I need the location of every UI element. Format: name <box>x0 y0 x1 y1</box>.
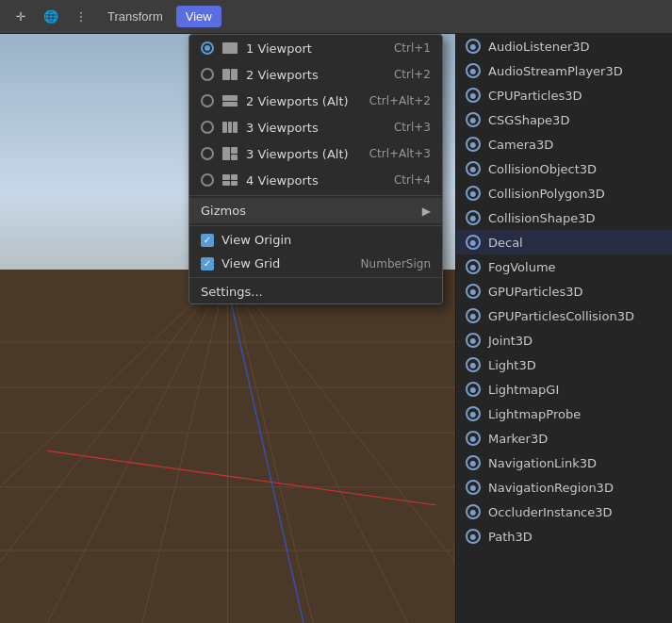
radio-3viewports <box>201 121 214 134</box>
gizmo-icon-joint3d: ● <box>466 333 481 348</box>
panel-item-light3d[interactable]: ● Light3D <box>456 352 672 377</box>
label-collisionobject3d: CollisionObject3D <box>488 162 597 176</box>
label-fogvolume: FogVolume <box>488 260 556 274</box>
label-audiostreamplayer3d: AudioStreamPlayer3D <box>488 64 623 78</box>
menu-item-gizmos[interactable]: Gizmos ▶ <box>189 198 442 223</box>
view-dropdown-menu: 1 Viewport Ctrl+1 2 Viewports Ctrl+2 2 V… <box>188 34 443 304</box>
gizmo-icon-collisionobject3d: ● <box>466 161 481 176</box>
menu-item-view-origin[interactable]: View Origin <box>189 228 442 252</box>
icon-2viewports <box>221 66 238 83</box>
separator-2 <box>189 225 442 226</box>
gizmo-icon-audiostreamplayer3d: ● <box>466 63 481 78</box>
shortcut-2viewports-alt: Ctrl+Alt+2 <box>369 94 431 107</box>
gizmo-icon-gpuparticles3d: ● <box>466 284 481 299</box>
label-2viewports: 2 Viewports <box>246 68 319 82</box>
gizmo-icon-collisionshape3d: ● <box>466 210 481 225</box>
panel-item-camera3d[interactable]: ● Camera3D <box>456 132 672 156</box>
panel-item-navigationregion3d[interactable]: ● NavigationRegion3D <box>456 475 672 500</box>
right-panel: ● AudioListener3D ● AudioStreamPlayer3D … <box>455 34 672 623</box>
label-collisionshape3d: CollisionShape3D <box>488 211 595 225</box>
toolbar-icon-more[interactable]: ⋮ <box>68 4 94 30</box>
icon-2viewports-alt <box>221 92 238 109</box>
panel-item-gpuparticles3d[interactable]: ● GPUParticles3D <box>456 279 672 303</box>
panel-item-csgshape3d[interactable]: ● CSGShape3D <box>456 107 672 132</box>
panel-item-marker3d[interactable]: ● Marker3D <box>456 426 672 451</box>
label-lightmapprobe: LightmapProbe <box>488 407 581 421</box>
menu-item-4viewports[interactable]: 4 Viewports Ctrl+4 <box>189 167 442 193</box>
svg-line-14 <box>228 287 304 623</box>
radio-3viewports-alt <box>201 147 214 160</box>
grid-svg <box>0 270 455 623</box>
panel-item-occluderinstance3d[interactable]: ● OccluderInstance3D <box>456 500 672 524</box>
panel-item-joint3d[interactable]: ● Joint3D <box>456 328 672 352</box>
view-button[interactable]: View <box>176 6 221 27</box>
panel-item-lightmapprobe[interactable]: ● LightmapProbe <box>456 402 672 426</box>
menu-item-1viewport[interactable]: 1 Viewport Ctrl+1 <box>189 35 442 61</box>
shortcut-2viewports: Ctrl+2 <box>394 68 431 81</box>
shortcut-4viewports: Ctrl+4 <box>394 173 431 187</box>
label-gpuparticles3d: GPUParticles3D <box>488 285 583 299</box>
toolbar-icon-globe[interactable]: 🌐 <box>38 4 64 30</box>
label-navigationregion3d: NavigationRegion3D <box>488 481 614 495</box>
panel-item-lightmapgi[interactable]: ● LightmapGI <box>456 377 672 402</box>
label-decal: Decal <box>488 236 523 250</box>
submenu-arrow-gizmos: ▶ <box>422 205 431 218</box>
toolbar-icon-plus[interactable]: ✛ <box>8 4 34 30</box>
panel-item-gpuparticlescollision3d[interactable]: ● GPUParticlesCollision3D <box>456 303 672 328</box>
label-collisionpolygon3d: CollisionPolygon3D <box>488 187 605 201</box>
gizmo-icon-navigationlink3d: ● <box>466 455 481 470</box>
panel-item-audiolistener3d[interactable]: ● AudioListener3D <box>456 34 672 58</box>
panel-item-path3d[interactable]: ● Path3D <box>456 524 672 549</box>
menu-item-2viewports[interactable]: 2 Viewports Ctrl+2 <box>189 61 442 88</box>
svg-line-6 <box>47 270 227 623</box>
menu-item-view-grid[interactable]: View Grid NumberSign <box>189 252 442 275</box>
icon-4viewports <box>221 172 238 189</box>
menu-item-3viewports[interactable]: 3 Viewports Ctrl+3 <box>189 114 442 140</box>
panel-item-decal[interactable]: ● Decal <box>456 230 672 254</box>
gizmo-icon-collisionpolygon3d: ● <box>466 186 481 201</box>
panel-item-collisionpolygon3d[interactable]: ● CollisionPolygon3D <box>456 181 672 205</box>
label-navigationlink3d: NavigationLink3D <box>488 456 597 470</box>
gizmo-icon-csgshape3d: ● <box>466 112 481 127</box>
label-cpuparticles3d: CPUParticles3D <box>488 89 582 103</box>
label-4viewports: 4 Viewports <box>246 173 319 188</box>
separator-1 <box>189 195 442 196</box>
label-joint3d: Joint3D <box>488 334 533 348</box>
gizmo-icon-fogvolume: ● <box>466 259 481 274</box>
panel-item-audiostreamplayer3d[interactable]: ● AudioStreamPlayer3D <box>456 58 672 83</box>
gizmo-icon-occluderinstance3d: ● <box>466 504 481 519</box>
panel-item-collisionshape3d[interactable]: ● CollisionShape3D <box>456 205 672 230</box>
label-3viewports: 3 Viewports <box>246 121 319 135</box>
shortcut-view-grid: NumberSign <box>361 257 431 271</box>
radio-1viewport <box>201 41 214 55</box>
gizmo-icon-path3d: ● <box>466 529 481 544</box>
label-view-origin: View Origin <box>221 233 291 247</box>
svg-line-13 <box>47 451 436 505</box>
gizmo-icon-lightmapprobe: ● <box>466 406 481 421</box>
panel-item-fogvolume[interactable]: ● FogVolume <box>456 254 672 279</box>
gizmo-icon-marker3d: ● <box>466 431 481 446</box>
label-camera3d: Camera3D <box>488 138 553 152</box>
transform-button[interactable]: Transform <box>98 6 172 27</box>
label-1viewport: 1 Viewport <box>246 41 312 56</box>
label-audiolistener3d: AudioListener3D <box>488 40 590 54</box>
label-2viewports-alt: 2 Viewports (Alt) <box>246 94 349 108</box>
menu-item-settings[interactable]: Settings... <box>189 280 442 303</box>
icon-3viewports <box>221 119 238 136</box>
label-lightmapgi: LightmapGI <box>488 383 559 397</box>
label-csgshape3d: CSGShape3D <box>488 113 569 127</box>
svg-line-9 <box>228 270 314 623</box>
checkbox-view-grid <box>201 257 214 271</box>
panel-item-collisionobject3d[interactable]: ● CollisionObject3D <box>456 156 672 181</box>
gizmo-icon-gpuparticlescollision3d: ● <box>466 308 481 323</box>
separator-3 <box>189 277 442 278</box>
menu-item-2viewports-alt[interactable]: 2 Viewports (Alt) Ctrl+Alt+2 <box>189 88 442 114</box>
menu-item-3viewports-alt[interactable]: 3 Viewports (Alt) Ctrl+Alt+3 <box>189 140 442 167</box>
viewport-3d[interactable]: 1 Viewport Ctrl+1 2 Viewports Ctrl+2 2 V… <box>0 34 455 623</box>
ground <box>0 270 455 623</box>
radio-4viewports <box>201 173 214 187</box>
gizmo-icon-lightmapgi: ● <box>466 382 481 397</box>
panel-item-navigationlink3d[interactable]: ● NavigationLink3D <box>456 451 672 475</box>
panel-item-cpuparticles3d[interactable]: ● CPUParticles3D <box>456 83 672 107</box>
radio-2viewports-alt <box>201 94 214 107</box>
